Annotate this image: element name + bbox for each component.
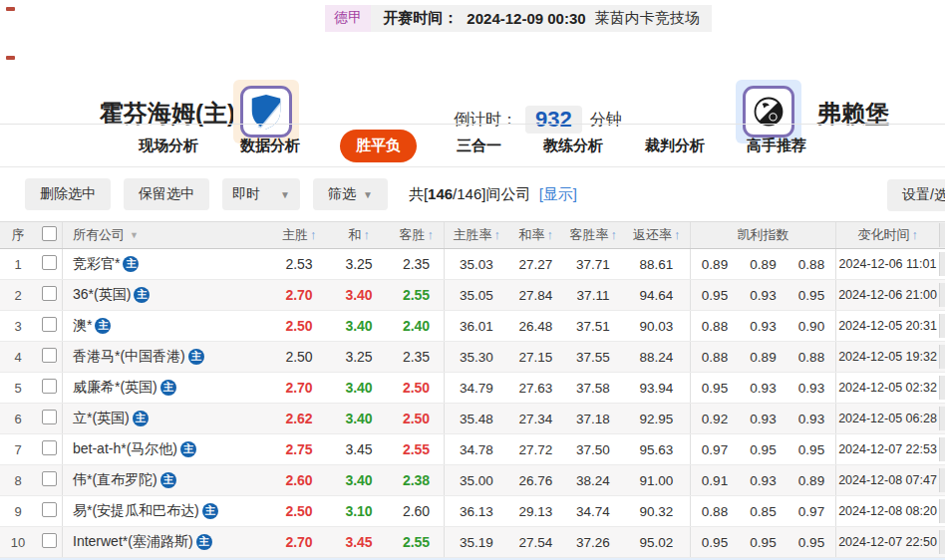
row-checkbox[interactable] (42, 410, 57, 424)
change-time: 2024-12-06 11:01 (835, 249, 939, 279)
tab-win-draw-lose[interactable]: 胜平负 (340, 130, 417, 162)
row-action-cut[interactable] (939, 468, 945, 492)
tab-coach-analysis[interactable]: 教练分析 (541, 130, 605, 162)
company-name[interactable]: 36*(英国) (73, 286, 131, 304)
rate-away: 34.74 (563, 504, 623, 519)
table-row: 1 竞彩官* 主 2.53 3.25 2.35 35.03 27.27 37.7… (0, 249, 945, 280)
tab-referee-analysis[interactable]: 裁判分析 (643, 130, 707, 162)
row-checkbox[interactable] (42, 471, 57, 486)
rate-home: 35.48 (444, 404, 508, 433)
kickoff-label: 开赛时间： (383, 9, 458, 28)
keep-selected-button[interactable]: 保留选中 (124, 178, 209, 210)
odds-draw: 3.45 (329, 441, 389, 457)
venue: 莱茵内卡竞技场 (595, 9, 700, 28)
company-name[interactable]: Interwet*(塞浦路斯) (73, 533, 193, 551)
table-row: 7 bet-at-h*(马尔他) 主 2.75 3.45 2.55 34.78 … (0, 434, 945, 465)
row-action-cut[interactable] (939, 499, 945, 523)
company-name[interactable]: 竞彩官* (73, 255, 120, 273)
sort-up-icon: ↑ (674, 228, 680, 242)
odds-draw: 3.25 (329, 349, 389, 365)
odds-away: 2.50 (389, 411, 444, 426)
row-action-cut[interactable] (939, 314, 945, 338)
company-name[interactable]: 易*(安提瓜和巴布达) (73, 502, 199, 520)
table-row: 4 香港马*(中国香港) 主 2.50 3.25 2.35 35.30 27.1… (0, 342, 945, 373)
chevron-down-icon: ▼ (363, 189, 373, 200)
odds-away: 2.35 (389, 256, 444, 272)
kelly-home: 0.92 (690, 404, 739, 433)
row-action-cut[interactable] (939, 252, 945, 276)
col-kelly: 凯利指数 (690, 222, 835, 248)
company-count: 共[146/146]间公司 [显示] (409, 185, 577, 204)
tab-expert-picks[interactable]: 高手推荐 (745, 130, 808, 162)
odds-home: 2.60 (269, 472, 329, 488)
row-action-cut[interactable] (939, 530, 945, 554)
col-home-rate[interactable]: 主胜率↑ (444, 222, 508, 248)
row-checkbox[interactable] (42, 286, 57, 301)
row-checkbox[interactable] (42, 502, 57, 517)
rate-home: 34.78 (444, 434, 508, 464)
col-return-rate[interactable]: 返还率↑ (623, 226, 690, 244)
match-header: 霍芬海姆(主) 倒计时： 932 分钟 弗赖堡 (0, 36, 945, 124)
kelly-draw: 0.93 (739, 381, 788, 396)
rate-away: 37.55 (563, 350, 623, 365)
odds-home: 2.70 (269, 534, 329, 550)
row-action-cut[interactable] (939, 407, 945, 430)
row-checkbox[interactable] (42, 440, 57, 455)
league-badge[interactable]: 德甲 (325, 5, 371, 32)
col-change-time[interactable]: 变化时间↑ (835, 222, 939, 248)
tab-live-analysis[interactable]: 现场分析 (137, 130, 200, 162)
kelly-away: 0.90 (788, 319, 835, 334)
row-action-cut[interactable] (939, 437, 945, 461)
show-link[interactable]: [显示] (539, 185, 577, 202)
rate-return: 95.63 (623, 442, 690, 457)
tab-data-analysis[interactable]: 数据分析 (238, 130, 302, 162)
kelly-away: 0.93 (788, 381, 835, 396)
change-time: 2024-12-05 19:32 (835, 342, 939, 372)
rate-draw: 29.13 (508, 504, 563, 519)
rate-return: 94.64 (623, 288, 690, 303)
row-action-cut[interactable] (939, 345, 945, 369)
table-row: 5 威廉希*(英国) 主 2.70 3.40 2.50 34.79 27.63 … (0, 373, 945, 404)
tab-three-in-one[interactable]: 三合一 (455, 130, 503, 162)
table-row: 2 36*(英国) 主 2.70 3.40 2.55 35.05 27.84 3… (0, 280, 945, 311)
col-home-odds[interactable]: 主胜↑ (269, 226, 329, 244)
home-badge-icon: 主 (123, 256, 139, 272)
sort-up-icon: ↑ (310, 228, 316, 242)
rate-away: 37.50 (563, 442, 623, 457)
settings-select-button[interactable]: 设置/选择 (887, 179, 945, 211)
rate-away: 38.24 (563, 473, 623, 488)
col-draw-rate[interactable]: 和率↑ (508, 226, 563, 244)
rate-away: 37.71 (563, 257, 623, 272)
company-name[interactable]: 威廉希*(英国) (73, 379, 158, 397)
rate-return: 88.24 (623, 350, 690, 365)
row-checkbox[interactable] (42, 317, 57, 332)
row-action-cut[interactable] (939, 376, 945, 400)
col-draw-odds[interactable]: 和↑ (329, 226, 389, 244)
company-name[interactable]: 立*(英国) (73, 410, 130, 427)
col-away-odds[interactable]: 客胜↑ (389, 226, 444, 244)
table-row: 8 伟*(直布罗陀) 主 2.60 3.40 2.38 35.00 26.76 … (0, 465, 945, 496)
row-action-cut[interactable] (939, 283, 945, 307)
filter-dropdown[interactable]: 筛选 ▼ (313, 178, 388, 210)
col-away-rate[interactable]: 客胜率↑ (563, 226, 623, 244)
company-name[interactable]: 伟*(直布罗陀) (73, 471, 158, 489)
kelly-draw: 0.93 (739, 473, 788, 488)
rate-home: 35.03 (444, 249, 508, 279)
col-company[interactable]: 所有公司 ▼ (62, 222, 269, 248)
instant-dropdown[interactable]: 即时 ▼ (222, 178, 300, 210)
sort-up-icon: ↑ (546, 228, 552, 242)
company-name[interactable]: bet-at-h*(马尔他) (73, 440, 177, 458)
select-all-checkbox[interactable] (42, 226, 57, 241)
kelly-draw: 0.93 (739, 319, 788, 334)
kelly-draw: 0.95 (739, 442, 788, 457)
row-checkbox[interactable] (42, 255, 57, 270)
delete-selected-button[interactable]: 删除选中 (25, 178, 111, 210)
row-checkbox[interactable] (42, 379, 57, 394)
company-name[interactable]: 香港马*(中国香港) (73, 348, 185, 366)
row-checkbox[interactable] (42, 533, 57, 548)
change-time: 2024-12-05 06:28 (835, 404, 939, 433)
rate-return: 93.94 (623, 381, 690, 396)
company-name[interactable]: 澳* (73, 317, 92, 335)
row-checkbox[interactable] (42, 348, 57, 363)
rate-return: 92.95 (623, 412, 690, 426)
